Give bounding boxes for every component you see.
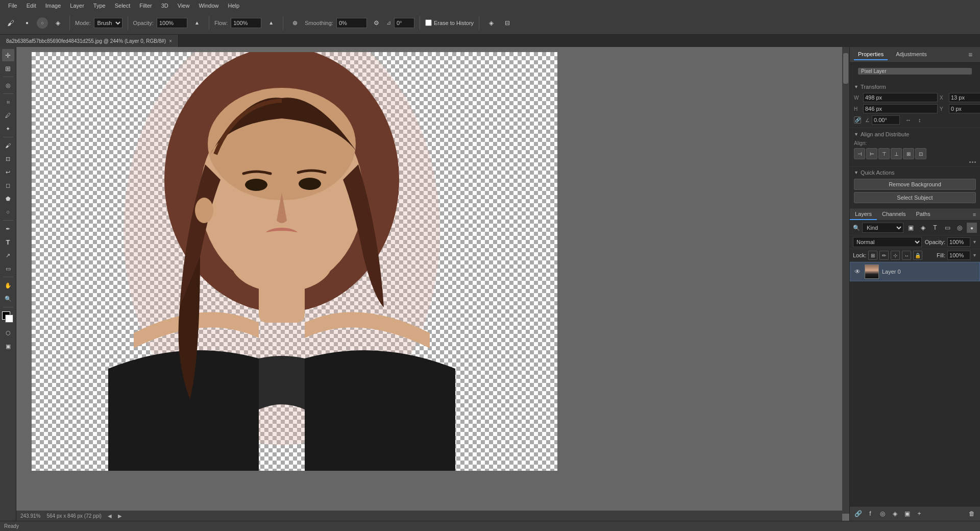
filter-adjustment-btn[interactable]: ◈ bbox=[918, 223, 928, 233]
fill-value-input[interactable] bbox=[947, 251, 970, 260]
menu-view[interactable]: View bbox=[174, 2, 194, 10]
brush-options-btn[interactable]: ○ bbox=[37, 17, 48, 29]
filter-pixel-btn[interactable]: ▣ bbox=[905, 223, 916, 233]
lock-artboard-btn[interactable]: ↔ bbox=[902, 251, 911, 260]
nav-left-btn[interactable]: ◀ bbox=[108, 513, 112, 519]
flow-input[interactable] bbox=[231, 18, 261, 28]
menu-type[interactable]: Type bbox=[89, 2, 110, 10]
quick-mask-btn[interactable]: ⬡ bbox=[2, 327, 14, 339]
menu-select[interactable]: Select bbox=[111, 2, 135, 10]
new-group-btn[interactable]: ▣ bbox=[902, 509, 912, 519]
shape-tool[interactable]: ▭ bbox=[2, 262, 14, 275]
filter-type-btn[interactable]: T bbox=[930, 223, 940, 233]
type-tool[interactable]: T bbox=[2, 236, 14, 248]
layers-panel-menu-btn[interactable]: ≡ bbox=[969, 209, 980, 220]
menu-3d[interactable]: 3D bbox=[157, 2, 173, 10]
menu-edit[interactable]: Edit bbox=[22, 2, 40, 10]
artboard-tool[interactable]: ⊞ bbox=[2, 62, 14, 75]
paths-tab[interactable]: Paths bbox=[911, 209, 936, 220]
new-layer-btn[interactable]: + bbox=[914, 509, 924, 519]
eyedropper-tool[interactable]: 🖊 bbox=[2, 109, 14, 122]
layer-visibility-btn[interactable]: 👁 bbox=[853, 268, 862, 276]
document-tab[interactable]: 8a2b6385af57bbc85690fed48431d255.jpg @ 2… bbox=[0, 35, 179, 47]
flip-h-btn[interactable]: ↔ bbox=[904, 116, 913, 124]
nav-right-btn[interactable]: ▶ bbox=[118, 513, 122, 519]
airbrush-toggle-btn[interactable]: ◈ bbox=[51, 16, 64, 30]
select-subject-btn[interactable]: Select Subject bbox=[854, 192, 976, 203]
y-input[interactable] bbox=[949, 104, 980, 113]
align-left-btn[interactable]: ⊣ bbox=[854, 148, 865, 159]
add-mask-btn[interactable]: ◎ bbox=[877, 509, 888, 519]
menu-layer[interactable]: Layer bbox=[66, 2, 88, 10]
angle-input[interactable] bbox=[394, 18, 414, 28]
brush-tool[interactable]: 🖌 bbox=[2, 139, 14, 152]
quick-actions-title[interactable]: ▼ Quick Actions bbox=[854, 170, 976, 176]
brush-mode-select[interactable]: Brush Pencil Erase bbox=[94, 18, 122, 28]
gradient-tool[interactable]: ⬟ bbox=[2, 192, 14, 205]
lock-all-btn[interactable]: 🔒 bbox=[913, 251, 922, 260]
align-center-h-btn[interactable]: ⊢ bbox=[866, 148, 877, 159]
zoom-tool[interactable]: 🔍 bbox=[2, 293, 14, 305]
properties-tab[interactable]: Properties bbox=[854, 49, 888, 60]
eraser-tool[interactable]: ◻ bbox=[2, 179, 14, 191]
blend-mode-select[interactable]: Normal Dissolve Multiply Screen Overlay bbox=[853, 237, 922, 247]
v-scroll-thumb[interactable] bbox=[843, 53, 848, 84]
canvas-area[interactable]: 243.91% 564 px x 846 px (72 ppi) ◀ ▶ bbox=[16, 47, 849, 521]
opacity-jitter-btn[interactable]: ▲ bbox=[190, 16, 204, 30]
link-proportions-btn[interactable]: 🔗 bbox=[854, 116, 861, 124]
align-top-btn[interactable]: ⊥ bbox=[891, 148, 902, 159]
filter-shape-btn[interactable]: ▭ bbox=[942, 223, 952, 233]
dodge-tool[interactable]: ○ bbox=[2, 206, 14, 218]
screen-mode-btn[interactable]: ▣ bbox=[2, 340, 14, 352]
properties-panel-menu-btn[interactable]: ≡ bbox=[965, 49, 976, 60]
lock-image-btn[interactable]: ✏ bbox=[879, 251, 889, 260]
layers-filter-select[interactable]: Kind Name Effect Mode Attribute Color bbox=[862, 223, 903, 233]
angle-transform-input[interactable] bbox=[872, 115, 900, 125]
filter-toggle-btn[interactable]: ● bbox=[967, 223, 977, 233]
transform-section-title[interactable]: ▼ Transform bbox=[854, 84, 976, 90]
brush-preset-btn[interactable]: ● bbox=[20, 16, 34, 30]
heal-tool[interactable]: ✦ bbox=[2, 123, 14, 135]
lock-position-btn[interactable]: ⊹ bbox=[891, 251, 900, 260]
add-style-btn[interactable]: f bbox=[865, 509, 875, 519]
new-fill-layer-btn[interactable]: ◈ bbox=[890, 509, 900, 519]
lasso-tool[interactable]: ◎ bbox=[2, 79, 14, 91]
hand-tool[interactable]: ✋ bbox=[2, 279, 14, 292]
menu-help[interactable]: Help bbox=[224, 2, 244, 10]
align-bottom-btn[interactable]: ⊡ bbox=[915, 148, 926, 159]
clone-tool[interactable]: ⊡ bbox=[2, 153, 14, 165]
crop-tool[interactable]: ⌗ bbox=[2, 96, 14, 108]
smoothing-options-btn[interactable]: ⚙ bbox=[370, 16, 383, 30]
align-right-btn[interactable]: ⊤ bbox=[878, 148, 890, 159]
add-link-btn[interactable]: 🔗 bbox=[853, 509, 863, 519]
background-color[interactable] bbox=[5, 315, 13, 323]
channels-tab[interactable]: Channels bbox=[877, 209, 911, 220]
opacity-value-input[interactable] bbox=[947, 237, 970, 247]
color-swatches[interactable] bbox=[2, 311, 14, 324]
airbrush-btn[interactable]: ⊕ bbox=[288, 16, 302, 30]
menu-window[interactable]: Window bbox=[194, 2, 223, 10]
smoothing-input[interactable] bbox=[336, 18, 367, 28]
align-section-title[interactable]: ▼ Align and Distribute bbox=[854, 131, 976, 137]
vertical-scrollbar[interactable] bbox=[842, 47, 849, 514]
more-align-btn[interactable] bbox=[969, 161, 976, 163]
history-brush-tool-btn[interactable]: 🖌 bbox=[4, 16, 17, 30]
align-center-v-btn[interactable]: ⊞ bbox=[903, 148, 914, 159]
filter-smartobject-btn[interactable]: ◎ bbox=[954, 223, 965, 233]
width-input[interactable] bbox=[863, 93, 938, 102]
flip-v-btn[interactable]: ↕ bbox=[917, 116, 923, 124]
menu-filter[interactable]: Filter bbox=[135, 2, 156, 10]
menu-file[interactable]: File bbox=[4, 2, 21, 10]
height-input[interactable] bbox=[863, 104, 938, 113]
restore-from-snapshot-btn[interactable]: ◈ bbox=[484, 16, 498, 30]
extra-btn[interactable]: ⊟ bbox=[501, 16, 514, 30]
pen-tool[interactable]: ✒ bbox=[2, 223, 14, 235]
path-select-tool[interactable]: ↗ bbox=[2, 249, 14, 261]
layer-item[interactable]: 👁 Layer 0 bbox=[850, 262, 980, 281]
adjustments-tab[interactable]: Adjustments bbox=[892, 49, 931, 60]
fill-arrow[interactable]: ▼ bbox=[972, 253, 977, 258]
menu-image[interactable]: Image bbox=[41, 2, 65, 10]
move-tool[interactable]: ✛ bbox=[2, 49, 14, 61]
layers-tab[interactable]: Layers bbox=[850, 209, 877, 220]
lock-transparency-btn[interactable]: ⊞ bbox=[868, 251, 877, 260]
